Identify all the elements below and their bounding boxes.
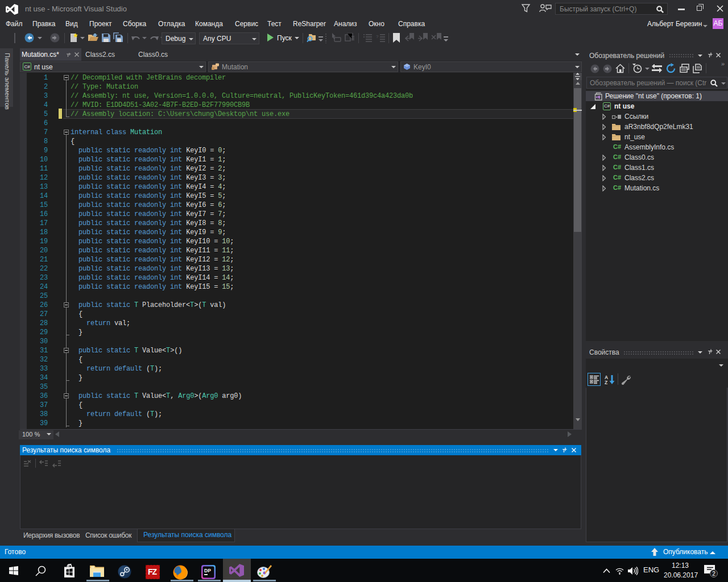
svg-text:?: ? (376, 34, 379, 39)
svg-text:DP: DP (204, 568, 211, 573)
svg-text:Z: Z (605, 380, 607, 385)
